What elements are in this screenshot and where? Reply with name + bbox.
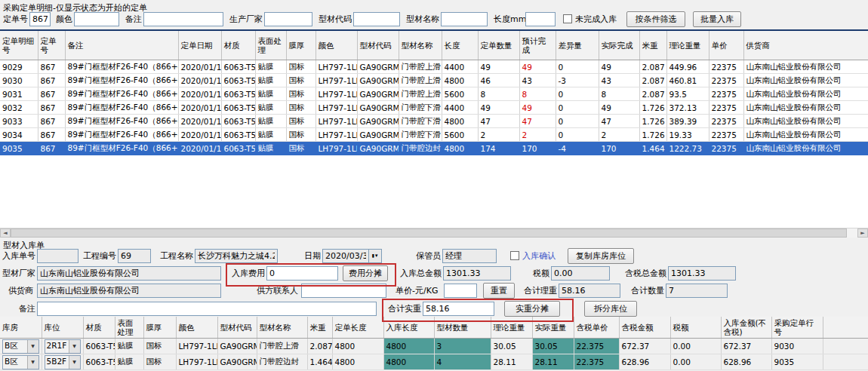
- receipt-no-input[interactable]: [37, 249, 78, 263]
- chevron-down-icon[interactable]: ▼: [69, 340, 80, 353]
- column-header[interactable]: 定单长度: [332, 317, 383, 339]
- column-header[interactable]: 颜色: [176, 317, 217, 339]
- total-amount-input[interactable]: [443, 266, 511, 281]
- column-header[interactable]: 差异量: [556, 31, 599, 60]
- table-row[interactable]: 903186789#门框型材F26-F40（866+867）2020/01/13…: [0, 87, 868, 101]
- supplier-contact-input[interactable]: [301, 284, 386, 298]
- column-header[interactable]: 型材代码: [217, 317, 257, 339]
- table-row[interactable]: 903086789#门框型材F26-F40（866+867）2020/01/13…: [0, 74, 868, 87]
- keeper-input[interactable]: [442, 249, 497, 263]
- column-header[interactable]: 材质: [221, 31, 255, 60]
- column-header[interactable]: 库位: [42, 317, 83, 339]
- column-header[interactable]: 供货商: [743, 31, 868, 60]
- column-header[interactable]: 表面处理: [255, 31, 286, 60]
- project-no-input[interactable]: [118, 249, 151, 263]
- column-header[interactable]: 备注: [65, 31, 178, 60]
- column-header[interactable]: 定单日期: [178, 31, 221, 60]
- column-header[interactable]: [823, 317, 868, 339]
- table-row[interactable]: B区▼2R1F▼6063-T5贴膜国标LH797-1LL0GA90GRM03门带…: [0, 339, 868, 354]
- column-header[interactable]: 材质: [83, 317, 115, 339]
- profile-code-input[interactable]: [353, 12, 400, 26]
- column-header[interactable]: 实际重量: [532, 317, 574, 339]
- column-header[interactable]: 型材名称: [257, 317, 307, 339]
- date-input[interactable]: [322, 249, 369, 263]
- column-header[interactable]: 单价: [709, 31, 743, 60]
- column-header[interactable]: 定单号: [38, 31, 65, 60]
- total-actual-weight-input[interactable]: [423, 302, 494, 316]
- filter-color-input[interactable]: [74, 12, 119, 26]
- table-cell: 46: [478, 74, 519, 87]
- reset-button[interactable]: 重置: [483, 283, 515, 299]
- unfinished-checkbox[interactable]: [563, 14, 572, 23]
- scrollbar-thumb[interactable]: [11, 228, 847, 238]
- column-header[interactable]: 含税单价: [574, 317, 619, 339]
- total-theory-weight-input[interactable]: [559, 284, 620, 298]
- supplier-input[interactable]: [37, 284, 221, 298]
- column-header[interactable]: 税额: [670, 317, 721, 339]
- table-cell: LH797-1LL0: [315, 74, 357, 87]
- column-header[interactable]: 入库长度: [383, 317, 434, 339]
- date-picker-dropdown-icon[interactable]: ▮▼: [369, 249, 382, 263]
- column-header[interactable]: 膜厚: [143, 317, 176, 339]
- column-header[interactable]: 理论重量: [491, 317, 532, 339]
- table-row[interactable]: 902986789#门框型材F26-F40（866+867）2020/01/13…: [0, 60, 868, 74]
- column-header[interactable]: 颜色: [315, 31, 357, 60]
- filter-by-condition-button[interactable]: 按条件筛选: [626, 11, 685, 27]
- table-cell: 372.13: [666, 101, 709, 115]
- horizontal-scrollbar[interactable]: ◄ ►: [0, 228, 868, 238]
- profile-name-input[interactable]: [441, 12, 488, 26]
- table-row[interactable]: 903386789#门框型材F26-F40（866+867）2020/01/13…: [0, 115, 868, 128]
- column-header[interactable]: 表面处理: [115, 317, 143, 339]
- table-cell: 2020/01/13: [178, 142, 221, 155]
- column-header[interactable]: 型材数量: [434, 317, 491, 339]
- column-header[interactable]: 定单数量: [478, 31, 519, 60]
- chevron-down-icon[interactable]: ▼: [69, 356, 80, 369]
- column-header[interactable]: 型材代码: [357, 31, 399, 60]
- column-header[interactable]: 膜厚: [286, 31, 315, 60]
- column-header[interactable]: 采购定单行号: [771, 317, 823, 339]
- location-dropdown[interactable]: B区▼: [0, 354, 42, 370]
- column-header[interactable]: 理论重量: [666, 31, 709, 60]
- factory-input[interactable]: [37, 266, 221, 281]
- total-with-tax-input[interactable]: [668, 266, 736, 281]
- location-dropdown[interactable]: 5B2F▼: [42, 354, 83, 370]
- table-cell: 国标: [286, 128, 315, 142]
- table-cell: 2.087: [639, 74, 666, 87]
- fee-share-button[interactable]: 费用分摊: [343, 265, 388, 281]
- scroll-right-icon[interactable]: ►: [857, 228, 868, 238]
- column-header[interactable]: 实际完成: [599, 31, 639, 60]
- column-header[interactable]: 含税金额: [619, 317, 670, 339]
- column-header[interactable]: 入库金额(不含税): [721, 317, 771, 339]
- split-location-button[interactable]: 拆分库位: [584, 301, 637, 317]
- column-header[interactable]: 米重: [639, 31, 666, 60]
- column-header[interactable]: 型材名称: [399, 31, 442, 60]
- actual-weight-share-button[interactable]: 实重分摊: [504, 301, 560, 317]
- manufacturer-input[interactable]: [264, 12, 312, 26]
- total-qty-input[interactable]: [666, 284, 728, 298]
- project-name-input[interactable]: [195, 249, 278, 263]
- table-row[interactable]: 903286789#门框型材F26-F40（866+867）2020/01/13…: [0, 101, 868, 115]
- table-row[interactable]: 903486789#门框型材F26-F40（866+867）2020/01/13…: [0, 128, 868, 142]
- column-header[interactable]: 米重: [307, 317, 332, 339]
- filter-remark-input[interactable]: [143, 12, 223, 26]
- unit-price-input[interactable]: [444, 284, 477, 298]
- form-remark-input[interactable]: [37, 302, 377, 316]
- column-header[interactable]: 预计完成: [519, 31, 556, 60]
- confirm-checkbox[interactable]: [510, 251, 519, 260]
- order-no-input[interactable]: [29, 12, 51, 26]
- column-header[interactable]: 库房: [0, 317, 42, 339]
- scroll-left-icon[interactable]: ◄: [0, 228, 11, 238]
- chevron-down-icon[interactable]: ▼: [27, 356, 38, 369]
- location-dropdown[interactable]: 2R1F▼: [42, 339, 83, 354]
- table-row[interactable]: B区▼5B2F▼6063-T5贴膜国标LH797-1LL0GA90GRM05门带…: [0, 354, 868, 370]
- batch-inbound-button[interactable]: 批量入库: [693, 11, 741, 27]
- column-header[interactable]: 定单明细号: [0, 31, 38, 60]
- length-input[interactable]: [525, 12, 556, 26]
- column-header[interactable]: 长度: [442, 31, 478, 60]
- location-dropdown[interactable]: B区▼: [0, 339, 42, 354]
- table-row[interactable]: 903586789#门框型材F26-F40（866+867）2020/01/13…: [0, 142, 868, 155]
- chevron-down-icon[interactable]: ▼: [27, 340, 38, 353]
- copy-location-button[interactable]: 复制库房库位: [568, 248, 634, 264]
- fee-input[interactable]: [266, 266, 338, 281]
- tax-input[interactable]: [551, 266, 610, 281]
